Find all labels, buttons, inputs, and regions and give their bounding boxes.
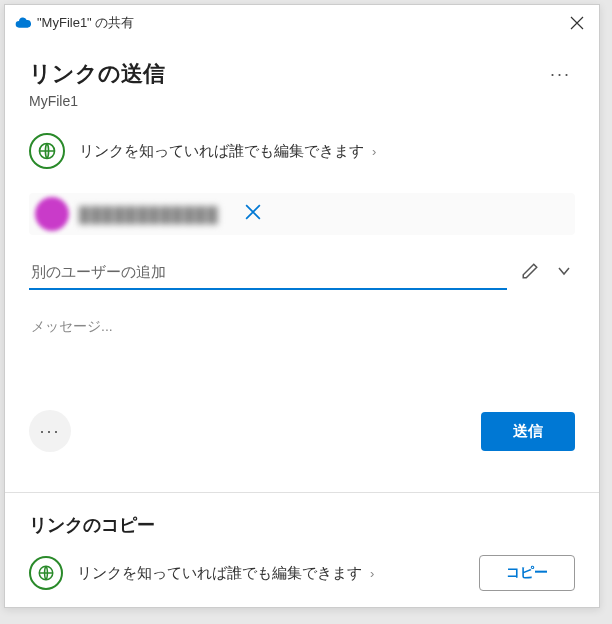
close-button[interactable] [565, 11, 589, 35]
onedrive-icon [15, 15, 31, 31]
chevron-right-icon: › [372, 144, 376, 159]
share-dialog: "MyFile1" の共有 リンクの送信 ··· MyFile1 リンクを知って… [4, 4, 600, 608]
actions-row: ··· 送信 [29, 410, 575, 452]
recipient-name: ████████████ [79, 206, 219, 223]
header-row: リンクの送信 ··· [29, 59, 575, 89]
user-input-row [29, 255, 575, 290]
more-options-button[interactable]: ··· [546, 60, 575, 89]
titlebar: "MyFile1" の共有 [5, 5, 599, 41]
chevron-down-icon[interactable] [553, 260, 575, 285]
avatar [35, 197, 69, 231]
copy-permission-text: リンクを知っていれば誰でも編集できます [77, 564, 362, 583]
file-name-label: MyFile1 [29, 93, 575, 109]
globe-icon [29, 133, 65, 169]
window-title: "MyFile1" の共有 [37, 14, 565, 32]
message-input[interactable] [29, 308, 575, 360]
more-actions-button[interactable]: ··· [29, 410, 71, 452]
copy-permission-row[interactable]: リンクを知っていれば誰でも編集できます › [29, 556, 374, 590]
copy-button[interactable]: コピー [479, 555, 575, 591]
permission-settings-row[interactable]: リンクを知っていれば誰でも編集できます › [29, 133, 575, 169]
dialog-content: リンクの送信 ··· MyFile1 リンクを知っていれば誰でも編集できます ›… [5, 41, 599, 609]
copy-section-title: リンクのコピー [29, 513, 575, 537]
dialog-title: リンクの送信 [29, 59, 165, 89]
globe-icon [29, 556, 63, 590]
chevron-right-icon: › [370, 566, 374, 581]
permission-text: リンクを知っていれば誰でも編集できます [79, 142, 364, 161]
pencil-icon[interactable] [517, 258, 543, 288]
remove-recipient-button[interactable] [239, 202, 267, 227]
copy-link-section: リンクのコピー リンクを知っていれば誰でも編集できます › コピー [29, 493, 575, 591]
add-user-input[interactable] [29, 255, 507, 290]
send-button[interactable]: 送信 [481, 412, 575, 451]
recipient-chip[interactable]: ████████████ [29, 193, 575, 235]
copy-row: リンクを知っていれば誰でも編集できます › コピー [29, 555, 575, 591]
